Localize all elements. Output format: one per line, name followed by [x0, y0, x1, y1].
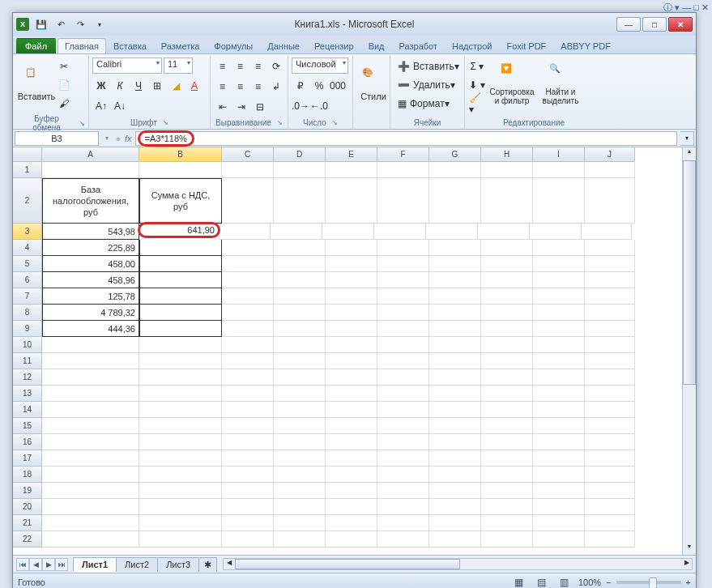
col-header-J[interactable]: J [585, 147, 635, 162]
tab-разработ[interactable]: Разработ [392, 38, 445, 53]
cell-F7[interactable] [377, 288, 429, 305]
cell-I9[interactable] [533, 321, 585, 337]
cell-H6[interactable] [481, 272, 533, 288]
cell-J8[interactable] [585, 305, 635, 321]
cell-I13[interactable] [533, 386, 585, 402]
cell-D10[interactable] [274, 337, 326, 353]
cell-G17[interactable] [429, 450, 481, 467]
cell-J6[interactable] [585, 272, 635, 288]
cell-I1[interactable] [533, 162, 585, 178]
cell-B19[interactable] [139, 483, 222, 499]
cell-B14[interactable] [139, 402, 222, 418]
undo-icon[interactable]: ↶ [52, 15, 70, 33]
cell-I16[interactable] [533, 434, 585, 450]
cell-F18[interactable] [377, 467, 429, 483]
cell-G9[interactable] [429, 321, 481, 337]
cell-E16[interactable] [326, 434, 377, 450]
new-sheet-button[interactable]: ✱ [198, 557, 217, 572]
cell-J13[interactable] [585, 386, 635, 402]
cell-F8[interactable] [377, 305, 429, 321]
bold-button[interactable]: Ж [92, 77, 110, 95]
row-header-13[interactable]: 13 [13, 386, 42, 402]
cell-J10[interactable] [585, 337, 635, 353]
cell-G21[interactable] [429, 515, 481, 531]
col-header-A[interactable]: A [42, 147, 139, 162]
cell-A11[interactable] [42, 353, 139, 369]
align-left-button[interactable]: ≡ [214, 78, 231, 96]
cell-C12[interactable] [222, 369, 274, 386]
cell-A1[interactable] [42, 162, 139, 178]
cell-G18[interactable] [429, 467, 481, 483]
currency-button[interactable]: ₽ [292, 77, 309, 95]
cell-I6[interactable] [533, 272, 585, 288]
cell-C18[interactable] [222, 467, 274, 483]
dialog-launcher-icon[interactable]: ↘ [332, 119, 338, 126]
tab-рецензир[interactable]: Рецензир [307, 38, 361, 53]
cell-J11[interactable] [585, 353, 635, 369]
cell-B20[interactable] [139, 499, 222, 515]
cell-C2[interactable] [222, 178, 274, 224]
tab-file[interactable]: Файл [16, 38, 56, 53]
tab-данные[interactable]: Данные [260, 38, 307, 53]
name-divider[interactable]: ● [115, 134, 122, 143]
cell-G4[interactable] [429, 240, 481, 256]
cell-B3[interactable]: 641,90 [138, 222, 220, 238]
cell-C17[interactable] [222, 450, 274, 467]
cell-G22[interactable] [429, 531, 481, 548]
cell-H11[interactable] [481, 353, 533, 369]
cell-G14[interactable] [429, 402, 481, 418]
dialog-launcher-icon[interactable]: ↘ [163, 119, 168, 126]
cell-H8[interactable] [481, 305, 533, 321]
vscroll-thumb[interactable] [683, 160, 696, 385]
cell-G11[interactable] [429, 353, 481, 369]
font-color-button[interactable]: А [185, 77, 203, 95]
cell-D7[interactable] [274, 288, 326, 305]
merge-button[interactable]: ⊟ [251, 98, 269, 116]
cell-A20[interactable] [42, 499, 139, 515]
col-header-F[interactable]: F [377, 147, 429, 162]
styles-button[interactable]: 🎨 Стили [356, 58, 390, 111]
cell-I19[interactable] [533, 483, 585, 499]
cell-D12[interactable] [274, 369, 326, 386]
row-header-14[interactable]: 14 [13, 402, 42, 418]
cell-B16[interactable] [139, 434, 222, 450]
cell-B22[interactable] [139, 531, 222, 548]
row-header-15[interactable]: 15 [13, 418, 42, 434]
cell-E9[interactable] [326, 321, 377, 337]
cell-B17[interactable] [139, 450, 222, 467]
cell-A4[interactable]: 225,89 [42, 240, 139, 256]
zoom-slider[interactable] [616, 581, 681, 584]
format-cells-button[interactable]: ▦ Формат ▾ [394, 95, 458, 113]
cell-G10[interactable] [429, 337, 481, 353]
delete-cells-button[interactable]: ➖ Удалить ▾ [394, 76, 458, 94]
font-size-select[interactable]: 11 [164, 58, 193, 74]
row-header-6[interactable]: 6 [13, 272, 42, 288]
cell-E19[interactable] [326, 483, 377, 499]
cell-J16[interactable] [585, 434, 635, 450]
ribbon-help-icons[interactable]: ⓘ ▾ — □ ✕ [663, 2, 709, 14]
cell-I3[interactable] [530, 224, 582, 240]
cell-I8[interactable] [533, 305, 585, 321]
format-painter-icon[interactable]: 🖌 [55, 95, 73, 113]
cell-F19[interactable] [377, 483, 429, 499]
row-header-20[interactable]: 20 [13, 499, 42, 515]
cell-D16[interactable] [274, 434, 326, 450]
cell-C16[interactable] [222, 434, 274, 450]
dialog-launcher-icon[interactable]: ↘ [79, 120, 85, 127]
decrease-indent-button[interactable]: ⇤ [214, 98, 232, 116]
cell-A3[interactable]: 543,98 [42, 224, 139, 240]
cell-J18[interactable] [585, 467, 635, 483]
dialog-launcher-icon[interactable]: ↘ [277, 119, 283, 126]
cell-D2[interactable] [274, 178, 326, 224]
cell-C21[interactable] [222, 515, 274, 531]
tab-foxit pdf[interactable]: Foxit PDF [499, 38, 553, 53]
sheet-tab-Лист1[interactable]: Лист1 [73, 557, 117, 572]
align-middle-button[interactable]: ≡ [232, 58, 249, 75]
cell-J14[interactable] [585, 402, 635, 418]
cell-D11[interactable] [274, 353, 326, 369]
cell-I11[interactable] [533, 353, 585, 369]
cell-E22[interactable] [326, 531, 377, 548]
cell-H17[interactable] [481, 450, 533, 467]
cell-C7[interactable] [222, 288, 274, 305]
cell-G3[interactable] [426, 224, 478, 240]
